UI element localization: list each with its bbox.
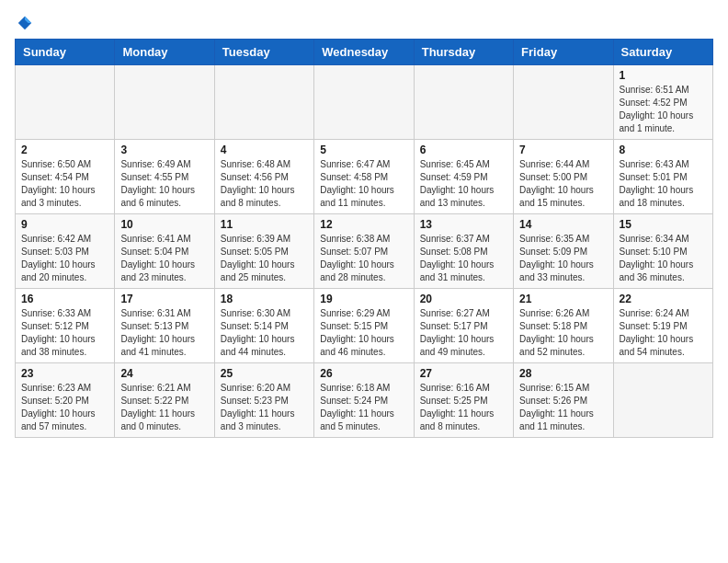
calendar-cell: 25Sunrise: 6:20 AM Sunset: 5:23 PM Dayli… <box>214 363 313 438</box>
calendar-cell: 28Sunrise: 6:15 AM Sunset: 5:26 PM Dayli… <box>514 363 613 438</box>
calendar-cell <box>214 65 313 140</box>
calendar-cell <box>414 65 513 140</box>
calendar-cell: 18Sunrise: 6:30 AM Sunset: 5:14 PM Dayli… <box>214 289 313 363</box>
calendar-cell: 5Sunrise: 6:47 AM Sunset: 4:58 PM Daylig… <box>314 140 414 214</box>
day-info: Sunrise: 6:30 AM Sunset: 5:14 PM Dayligh… <box>221 307 308 359</box>
calendar-cell: 7Sunrise: 6:44 AM Sunset: 5:00 PM Daylig… <box>514 140 613 214</box>
day-info: Sunrise: 6:34 AM Sunset: 5:10 PM Dayligh… <box>620 233 707 284</box>
day-number: 8 <box>620 144 707 156</box>
calendar-cell: 23Sunrise: 6:23 AM Sunset: 5:20 PM Dayli… <box>16 363 115 438</box>
calendar-cell: 21Sunrise: 6:26 AM Sunset: 5:18 PM Dayli… <box>514 289 613 363</box>
day-info: Sunrise: 6:38 AM Sunset: 5:07 PM Dayligh… <box>320 233 407 284</box>
day-number: 21 <box>519 293 607 305</box>
calendar-cell: 14Sunrise: 6:35 AM Sunset: 5:09 PM Dayli… <box>514 214 613 289</box>
day-info: Sunrise: 6:51 AM Sunset: 4:52 PM Dayligh… <box>620 84 707 135</box>
calendar-week-row: 1Sunrise: 6:51 AM Sunset: 4:52 PM Daylig… <box>16 65 713 140</box>
calendar-cell: 8Sunrise: 6:43 AM Sunset: 5:01 PM Daylig… <box>613 140 712 214</box>
day-info: Sunrise: 6:41 AM Sunset: 5:04 PM Dayligh… <box>120 233 208 284</box>
day-number: 6 <box>420 144 507 156</box>
header-tuesday: Tuesday <box>214 40 313 65</box>
day-info: Sunrise: 6:24 AM Sunset: 5:19 PM Dayligh… <box>620 307 707 359</box>
page-header <box>15 15 713 28</box>
calendar-cell: 24Sunrise: 6:21 AM Sunset: 5:22 PM Dayli… <box>115 363 214 438</box>
day-number: 9 <box>21 218 108 231</box>
day-info: Sunrise: 6:33 AM Sunset: 5:12 PM Dayligh… <box>21 307 108 359</box>
calendar-header-row: SundayMondayTuesdayWednesdayThursdayFrid… <box>16 40 713 65</box>
day-number: 28 <box>519 367 607 380</box>
calendar-cell: 20Sunrise: 6:27 AM Sunset: 5:17 PM Dayli… <box>414 289 513 363</box>
day-info: Sunrise: 6:37 AM Sunset: 5:08 PM Dayligh… <box>420 233 507 284</box>
calendar-cell <box>613 363 712 438</box>
day-number: 1 <box>620 69 707 82</box>
day-number: 11 <box>221 218 308 231</box>
calendar-cell: 11Sunrise: 6:39 AM Sunset: 5:05 PM Dayli… <box>214 214 313 289</box>
calendar-cell: 6Sunrise: 6:45 AM Sunset: 4:59 PM Daylig… <box>414 140 513 214</box>
calendar-cell: 12Sunrise: 6:38 AM Sunset: 5:07 PM Dayli… <box>314 214 414 289</box>
day-number: 14 <box>519 218 607 231</box>
day-number: 27 <box>420 367 507 380</box>
header-friday: Friday <box>514 40 613 65</box>
calendar-cell: 3Sunrise: 6:49 AM Sunset: 4:55 PM Daylig… <box>115 140 214 214</box>
day-info: Sunrise: 6:15 AM Sunset: 5:26 PM Dayligh… <box>519 382 607 433</box>
calendar-cell: 1Sunrise: 6:51 AM Sunset: 4:52 PM Daylig… <box>613 65 712 140</box>
calendar-cell: 10Sunrise: 6:41 AM Sunset: 5:04 PM Dayli… <box>115 214 214 289</box>
calendar-week-row: 2Sunrise: 6:50 AM Sunset: 4:54 PM Daylig… <box>16 140 713 214</box>
day-number: 5 <box>320 144 407 156</box>
day-info: Sunrise: 6:21 AM Sunset: 5:22 PM Dayligh… <box>120 382 208 433</box>
calendar-cell <box>115 65 214 140</box>
calendar-cell: 2Sunrise: 6:50 AM Sunset: 4:54 PM Daylig… <box>16 140 115 214</box>
calendar-cell <box>514 65 613 140</box>
header-saturday: Saturday <box>613 40 712 65</box>
day-number: 22 <box>620 293 707 305</box>
header-sunday: Sunday <box>16 40 115 65</box>
calendar-cell <box>16 65 115 140</box>
day-number: 19 <box>320 293 407 305</box>
calendar-cell: 4Sunrise: 6:48 AM Sunset: 4:56 PM Daylig… <box>214 140 313 214</box>
day-info: Sunrise: 6:47 AM Sunset: 4:58 PM Dayligh… <box>320 158 407 210</box>
calendar-cell: 19Sunrise: 6:29 AM Sunset: 5:15 PM Dayli… <box>314 289 414 363</box>
calendar-cell: 26Sunrise: 6:18 AM Sunset: 5:24 PM Dayli… <box>314 363 414 438</box>
calendar-week-row: 16Sunrise: 6:33 AM Sunset: 5:12 PM Dayli… <box>16 289 713 363</box>
day-number: 15 <box>620 218 707 231</box>
day-number: 18 <box>221 293 308 305</box>
logo-icon <box>17 15 33 31</box>
day-info: Sunrise: 6:50 AM Sunset: 4:54 PM Dayligh… <box>21 158 108 210</box>
day-number: 3 <box>120 144 208 156</box>
day-info: Sunrise: 6:23 AM Sunset: 5:20 PM Dayligh… <box>21 382 108 433</box>
day-info: Sunrise: 6:31 AM Sunset: 5:13 PM Dayligh… <box>120 307 208 359</box>
day-number: 23 <box>21 367 108 380</box>
day-info: Sunrise: 6:35 AM Sunset: 5:09 PM Dayligh… <box>519 233 607 284</box>
calendar-cell: 16Sunrise: 6:33 AM Sunset: 5:12 PM Dayli… <box>16 289 115 363</box>
day-number: 25 <box>221 367 308 380</box>
day-number: 7 <box>519 144 607 156</box>
day-info: Sunrise: 6:29 AM Sunset: 5:15 PM Dayligh… <box>320 307 407 359</box>
calendar-cell: 22Sunrise: 6:24 AM Sunset: 5:19 PM Dayli… <box>613 289 712 363</box>
calendar-cell: 27Sunrise: 6:16 AM Sunset: 5:25 PM Dayli… <box>414 363 513 438</box>
day-number: 2 <box>21 144 108 156</box>
header-wednesday: Wednesday <box>314 40 414 65</box>
day-number: 24 <box>120 367 208 380</box>
day-info: Sunrise: 6:48 AM Sunset: 4:56 PM Dayligh… <box>221 158 308 210</box>
day-info: Sunrise: 6:20 AM Sunset: 5:23 PM Dayligh… <box>221 382 308 433</box>
calendar-cell: 13Sunrise: 6:37 AM Sunset: 5:08 PM Dayli… <box>414 214 513 289</box>
day-info: Sunrise: 6:43 AM Sunset: 5:01 PM Dayligh… <box>620 158 707 210</box>
day-info: Sunrise: 6:42 AM Sunset: 5:03 PM Dayligh… <box>21 233 108 284</box>
day-number: 17 <box>120 293 208 305</box>
day-number: 20 <box>420 293 507 305</box>
day-info: Sunrise: 6:27 AM Sunset: 5:17 PM Dayligh… <box>420 307 507 359</box>
day-number: 26 <box>320 367 407 380</box>
day-info: Sunrise: 6:49 AM Sunset: 4:55 PM Dayligh… <box>120 158 208 210</box>
header-thursday: Thursday <box>414 40 513 65</box>
day-info: Sunrise: 6:16 AM Sunset: 5:25 PM Dayligh… <box>420 382 507 433</box>
calendar-cell <box>314 65 414 140</box>
calendar-cell: 17Sunrise: 6:31 AM Sunset: 5:13 PM Dayli… <box>115 289 214 363</box>
day-info: Sunrise: 6:39 AM Sunset: 5:05 PM Dayligh… <box>221 233 308 284</box>
day-number: 16 <box>21 293 108 305</box>
calendar-cell: 9Sunrise: 6:42 AM Sunset: 5:03 PM Daylig… <box>16 214 115 289</box>
header-monday: Monday <box>115 40 214 65</box>
calendar-cell: 15Sunrise: 6:34 AM Sunset: 5:10 PM Dayli… <box>613 214 712 289</box>
day-number: 10 <box>120 218 208 231</box>
calendar-table: SundayMondayTuesdayWednesdayThursdayFrid… <box>15 39 713 438</box>
day-info: Sunrise: 6:18 AM Sunset: 5:24 PM Dayligh… <box>320 382 407 433</box>
calendar-week-row: 23Sunrise: 6:23 AM Sunset: 5:20 PM Dayli… <box>16 363 713 438</box>
